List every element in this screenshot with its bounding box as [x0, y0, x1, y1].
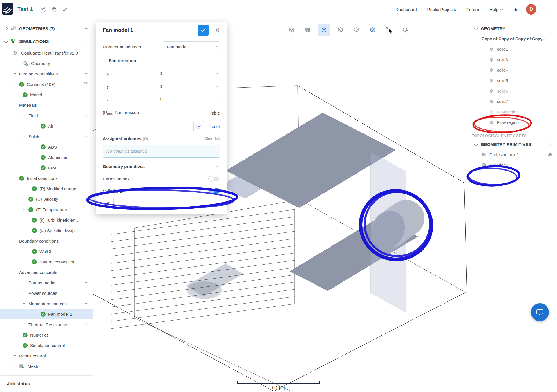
sidebar-item-simulations[interactable]: SIMULATIONS+ — [0, 35, 93, 48]
shaded-view-icon[interactable] — [318, 24, 330, 36]
share-button[interactable] — [41, 7, 46, 12]
collapse-icon[interactable]: − — [13, 176, 19, 180]
collapse-icon[interactable]: − — [23, 134, 28, 139]
copy-icon[interactable] — [52, 7, 57, 12]
collapse-icon[interactable]: − — [476, 163, 482, 167]
box-select-icon[interactable] — [383, 24, 395, 36]
sidebar-item-fan-model-1[interactable]: ✓Fan model 1 — [0, 309, 93, 319]
fan-direction-section[interactable]: Fan direction — [103, 54, 220, 67]
geometry-section-header[interactable]: GEOMETRY — [469, 23, 557, 34]
solid-item[interactable]: solid3 — [469, 55, 557, 65]
nav-user[interactable]: dmt — [513, 7, 521, 12]
sidebar-item-fluid[interactable]: −Fluid+ — [0, 110, 93, 121]
x-input[interactable]: 0 — [158, 68, 220, 78]
sidebar-item-power-sources[interactable]: +Power sources+ — [0, 288, 93, 298]
sidebar-item-boundary-conditions[interactable]: −Boundary conditions+ — [0, 236, 93, 246]
geometry-copy-item[interactable]: −Copy of Copy of Copy of Copy ... — [469, 34, 557, 44]
add-primitive-button[interactable]: + — [549, 141, 552, 147]
expand-icon[interactable]: + — [13, 353, 19, 358]
expand-icon[interactable]: + — [13, 364, 19, 368]
support-chat-button[interactable] — [531, 303, 549, 321]
solid-item[interactable]: solid6 — [469, 86, 557, 96]
sidebar-item-simulation-control[interactable]: ✓Simulation control — [0, 340, 93, 351]
cartesian-box-toggle[interactable] — [209, 177, 219, 181]
sidebar-item-fr4[interactable]: ✓FR4 — [0, 162, 93, 173]
add-geometry-button[interactable]: + — [84, 26, 88, 32]
solid-item[interactable]: solid1 — [469, 44, 557, 55]
momentum-sources-select[interactable]: Fan model — [164, 41, 220, 52]
delete-button[interactable] — [103, 198, 114, 209]
cartesian-box-item[interactable]: Cartesian box 1 — [469, 149, 557, 160]
hidden-line-view-icon[interactable] — [350, 24, 363, 36]
app-logo[interactable] — [2, 3, 13, 16]
collapse-icon[interactable]: − — [7, 50, 13, 55]
add-thermal-resistance-button[interactable]: + — [84, 321, 88, 328]
filter-icon[interactable] — [83, 82, 88, 86]
add-boundary-condition-button[interactable]: + — [84, 238, 88, 244]
clear-list-button[interactable]: Clear list — [204, 136, 220, 141]
close-button[interactable]: ✕ — [213, 26, 222, 35]
nav-forum[interactable]: Forum — [466, 7, 479, 12]
cylinder-item[interactable]: −Cylinder 2 — [469, 160, 557, 170]
collapse-icon[interactable]: − — [13, 103, 19, 107]
sidebar-item-initial-conditions[interactable]: −✓Initial conditions — [0, 173, 93, 183]
collapse-icon[interactable]: − — [13, 270, 19, 274]
add-solid-button[interactable]: + — [84, 133, 88, 140]
sidebar-item-modified-gauge-pressure[interactable]: ✓(P) Modified gauge p... — [0, 183, 93, 194]
collapse-icon[interactable]: − — [23, 301, 28, 306]
wireframe-view-icon[interactable] — [334, 24, 346, 36]
confirm-button[interactable] — [198, 25, 209, 36]
assigned-volumes-input[interactable]: No Volumes assigned — [103, 145, 220, 158]
solid-item[interactable]: solid4 — [469, 65, 557, 75]
sidebar-item-materials[interactable]: −Materials — [0, 100, 93, 110]
sidebar-item-result-control[interactable]: +Result control — [0, 351, 93, 361]
sidebar-item-air[interactable]: ✓Air — [0, 121, 93, 131]
add-fluid-button[interactable]: + — [84, 113, 88, 119]
view-settings-icon[interactable] — [399, 24, 411, 36]
sidebar-item-geometry-primitives[interactable]: +Geometry primitives+ — [0, 68, 93, 79]
reset-link[interactable]: Reset — [209, 124, 220, 129]
sidebar-item-geometries[interactable]: GEOMETRIES (7)+ — [0, 22, 93, 35]
geometry-primitives-section-header[interactable]: GEOMETRY PRIMITIVES+ — [469, 139, 557, 149]
sidebar-item-turb-kinetic-energy[interactable]: ✓(k) Turb. kinetic ener... — [0, 215, 93, 225]
sidebar-item-contacts[interactable]: +✓Contacts (109) — [0, 79, 93, 89]
nav-help[interactable]: Help — [489, 7, 503, 12]
eye-icon[interactable] — [547, 152, 552, 157]
job-status-bar[interactable]: Job status — [0, 375, 93, 392]
pressure-chart-button[interactable] — [193, 121, 204, 131]
sidebar-item-geometry[interactable]: Geometry — [0, 58, 93, 68]
nav-dashboard[interactable]: Dashboard — [395, 7, 417, 12]
add-momentum-source-button[interactable]: + — [84, 301, 88, 307]
solid-view-icon[interactable] — [302, 24, 314, 36]
expand-icon[interactable]: + — [23, 291, 28, 295]
zoom-fit-icon[interactable] — [285, 24, 298, 36]
sidebar-item-porous-media[interactable]: Porous media+ — [0, 277, 93, 288]
flow-region-item[interactable]: Flow region — [469, 117, 557, 128]
collapse-icon[interactable]: − — [13, 239, 19, 243]
avatar[interactable]: D — [526, 4, 536, 15]
sidebar-item-conjugate-heat-transfer[interactable]: −Conjugate Heat Transfer v2.0 — [0, 48, 93, 58]
flow-region-item[interactable]: Flow region — [469, 107, 557, 117]
transparent-view-icon[interactable] — [367, 24, 379, 36]
cylinder-toggle[interactable] — [209, 189, 219, 193]
expand-icon[interactable]: + — [13, 82, 19, 86]
collapse-icon[interactable]: − — [476, 37, 482, 41]
sidebar-item-abs[interactable]: ✓ABS — [0, 142, 93, 152]
y-input[interactable]: 0 — [158, 82, 220, 91]
sidebar-item-thermal-resistance[interactable]: Thermal Resistance ...+ — [0, 319, 93, 330]
sidebar-item-temperature[interactable]: +✓(T) Temperature — [0, 204, 93, 215]
add-primitive-button[interactable]: + — [84, 71, 88, 77]
expand-icon[interactable]: + — [23, 197, 28, 201]
chevron-right-icon[interactable] — [4, 27, 8, 30]
solid-item[interactable]: solid7 — [469, 96, 557, 107]
chevron-down-icon[interactable] — [4, 39, 8, 43]
sidebar-item-wall-3[interactable]: ✓Wall 3 — [0, 246, 93, 256]
sidebar-item-numerics[interactable]: ✓Numerics — [0, 330, 93, 340]
add-simulation-button[interactable]: + — [84, 38, 88, 44]
sidebar-item-solids[interactable]: −Solids+ — [0, 131, 93, 142]
solid-item[interactable]: solid5 — [469, 75, 557, 86]
nav-public-projects[interactable]: Public Projects — [427, 7, 456, 12]
sidebar-item-mesh[interactable]: +Mesh — [0, 361, 93, 371]
sidebar-item-momentum-sources[interactable]: −Momentum sources+ — [0, 298, 93, 309]
expand-icon[interactable]: + — [13, 71, 19, 76]
